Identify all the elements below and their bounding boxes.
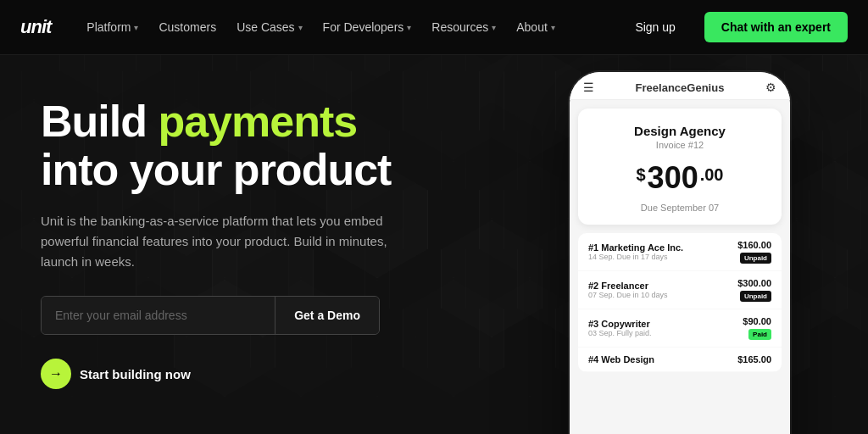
- list-item: #1 Marketing Ace Inc. 14 Sep. Due in 17 …: [578, 233, 782, 270]
- status-badge: Paid: [748, 329, 771, 340]
- currency-symbol: $: [636, 165, 645, 185]
- chevron-down-icon: ▾: [407, 23, 411, 32]
- list-item: #2 Freelancer 07 Sep. Due in 10 days $30…: [578, 271, 782, 309]
- item-date: 14 Sep. Due in 17 days: [588, 253, 683, 261]
- list-item: #4 Web Design $165.00: [578, 348, 782, 371]
- chevron-down-icon: ▾: [492, 23, 496, 32]
- amount-cents: .00: [700, 165, 724, 185]
- phone-mockup: ☰ FreelanceGenius ⚙ Design Agency Invoic…: [570, 72, 790, 434]
- amount-whole: 300: [648, 160, 698, 196]
- nav-actions: Sign up Chat with an expert: [620, 12, 848, 42]
- chat-expert-button[interactable]: Chat with an expert: [704, 12, 848, 42]
- invoice-number: Invoice #12: [592, 140, 768, 150]
- navbar: unit Platform ▾ Customers Use Cases ▾ Fo…: [0, 0, 868, 55]
- list-item: #3 Copywriter 03 Sep. Fully paid. $90.00…: [578, 309, 782, 347]
- nav-links: Platform ▾ Customers Use Cases ▾ For Dev…: [78, 15, 620, 39]
- chevron-down-icon: ▾: [134, 23, 138, 32]
- invoice-card: Design Agency Invoice #12 $ 300 .00 Due …: [578, 108, 782, 225]
- main-content: Build payments into your product Unit is…: [0, 55, 868, 434]
- invoice-due-date: Due September 07: [592, 203, 768, 213]
- item-name: #1 Marketing Ace Inc.: [588, 242, 683, 253]
- invoice-list: #1 Marketing Ace Inc. 14 Sep. Due in 17 …: [578, 233, 782, 372]
- start-building-link[interactable]: → Start building now: [41, 359, 451, 389]
- nav-item-customers[interactable]: Customers: [150, 15, 225, 39]
- logo: unit: [20, 16, 51, 38]
- chevron-down-icon: ▾: [551, 23, 555, 32]
- demo-button[interactable]: Get a Demo: [275, 297, 379, 334]
- nav-item-resources[interactable]: Resources ▾: [423, 15, 504, 39]
- gear-icon: ⚙: [765, 81, 776, 94]
- arrow-right-icon: →: [41, 359, 71, 389]
- email-form: Get a Demo: [41, 296, 380, 335]
- hero-title: Build payments into your product: [41, 97, 451, 194]
- start-building-label: Start building now: [80, 367, 191, 381]
- item-amount: $165.00: [737, 354, 771, 364]
- email-input[interactable]: [42, 297, 275, 334]
- nav-item-developers[interactable]: For Developers ▾: [314, 15, 420, 39]
- signup-button[interactable]: Sign up: [620, 14, 690, 41]
- item-amount: $300.00: [737, 278, 771, 288]
- app-name: FreelanceGenius: [636, 81, 725, 94]
- nav-item-about[interactable]: About ▾: [508, 15, 564, 39]
- status-badge: Unpaid: [740, 291, 771, 302]
- invoice-amount: $ 300 .00: [592, 160, 768, 196]
- item-name: #3 Copywriter: [588, 319, 652, 329]
- item-name: #2 Freelancer: [588, 281, 668, 291]
- status-badge: Unpaid: [740, 253, 771, 264]
- hero-section: Build payments into your product Unit is…: [0, 55, 492, 434]
- hamburger-icon: ☰: [583, 81, 594, 94]
- item-name: #4 Web Design: [588, 354, 654, 364]
- nav-item-use-cases[interactable]: Use Cases ▾: [228, 15, 310, 39]
- item-amount: $160.00: [737, 240, 771, 250]
- invoice-company: Design Agency: [592, 124, 768, 138]
- hero-subtitle: Unit is the banking-as-a-service platfor…: [41, 211, 397, 272]
- item-date: 07 Sep. Due in 10 days: [588, 291, 668, 299]
- item-date: 03 Sep. Fully paid.: [588, 329, 652, 337]
- chevron-down-icon: ▾: [298, 23, 303, 32]
- phone-status-bar: ☰ FreelanceGenius ⚙: [570, 72, 790, 100]
- nav-item-platform[interactable]: Platform ▾: [78, 15, 147, 39]
- item-amount: $90.00: [743, 316, 771, 326]
- phone-mockup-container: ☰ FreelanceGenius ⚙ Design Agency Invoic…: [492, 55, 868, 434]
